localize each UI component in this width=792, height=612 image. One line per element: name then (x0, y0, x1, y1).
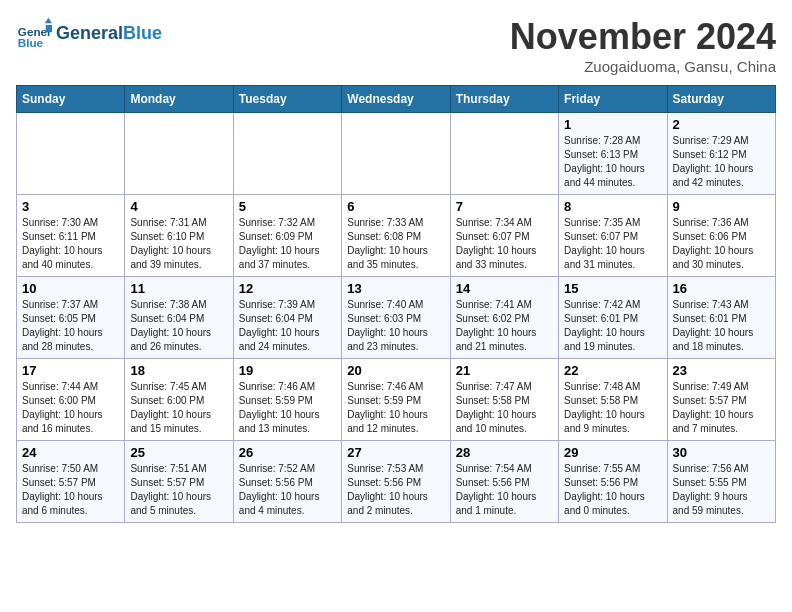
day-info: Sunrise: 7:42 AM Sunset: 6:01 PM Dayligh… (564, 298, 661, 354)
calendar-cell: 10Sunrise: 7:37 AM Sunset: 6:05 PM Dayli… (17, 277, 125, 359)
week-row-4: 17Sunrise: 7:44 AM Sunset: 6:00 PM Dayli… (17, 359, 776, 441)
day-number: 9 (673, 199, 770, 214)
day-number: 10 (22, 281, 119, 296)
day-number: 11 (130, 281, 227, 296)
calendar-cell: 12Sunrise: 7:39 AM Sunset: 6:04 PM Dayli… (233, 277, 341, 359)
calendar-cell: 9Sunrise: 7:36 AM Sunset: 6:06 PM Daylig… (667, 195, 775, 277)
calendar-cell: 6Sunrise: 7:33 AM Sunset: 6:08 PM Daylig… (342, 195, 450, 277)
days-header-row: SundayMondayTuesdayWednesdayThursdayFrid… (17, 86, 776, 113)
svg-text:Blue: Blue (18, 36, 44, 49)
day-header-thursday: Thursday (450, 86, 558, 113)
calendar-cell: 7Sunrise: 7:34 AM Sunset: 6:07 PM Daylig… (450, 195, 558, 277)
day-number: 24 (22, 445, 119, 460)
logo-icon: General Blue (16, 16, 52, 52)
day-number: 2 (673, 117, 770, 132)
calendar-cell: 27Sunrise: 7:53 AM Sunset: 5:56 PM Dayli… (342, 441, 450, 523)
day-info: Sunrise: 7:50 AM Sunset: 5:57 PM Dayligh… (22, 462, 119, 518)
day-info: Sunrise: 7:41 AM Sunset: 6:02 PM Dayligh… (456, 298, 553, 354)
calendar-cell: 16Sunrise: 7:43 AM Sunset: 6:01 PM Dayli… (667, 277, 775, 359)
day-number: 21 (456, 363, 553, 378)
day-header-sunday: Sunday (17, 86, 125, 113)
day-info: Sunrise: 7:55 AM Sunset: 5:56 PM Dayligh… (564, 462, 661, 518)
svg-marker-3 (46, 25, 52, 32)
svg-marker-2 (45, 18, 52, 23)
day-info: Sunrise: 7:56 AM Sunset: 5:55 PM Dayligh… (673, 462, 770, 518)
day-info: Sunrise: 7:34 AM Sunset: 6:07 PM Dayligh… (456, 216, 553, 272)
calendar-cell: 8Sunrise: 7:35 AM Sunset: 6:07 PM Daylig… (559, 195, 667, 277)
day-header-tuesday: Tuesday (233, 86, 341, 113)
location: Zuogaiduoma, Gansu, China (510, 58, 776, 75)
day-info: Sunrise: 7:40 AM Sunset: 6:03 PM Dayligh… (347, 298, 444, 354)
calendar-cell: 20Sunrise: 7:46 AM Sunset: 5:59 PM Dayli… (342, 359, 450, 441)
calendar-cell: 3Sunrise: 7:30 AM Sunset: 6:11 PM Daylig… (17, 195, 125, 277)
day-info: Sunrise: 7:39 AM Sunset: 6:04 PM Dayligh… (239, 298, 336, 354)
day-info: Sunrise: 7:36 AM Sunset: 6:06 PM Dayligh… (673, 216, 770, 272)
day-number: 5 (239, 199, 336, 214)
day-number: 15 (564, 281, 661, 296)
day-info: Sunrise: 7:29 AM Sunset: 6:12 PM Dayligh… (673, 134, 770, 190)
calendar-cell: 17Sunrise: 7:44 AM Sunset: 6:00 PM Dayli… (17, 359, 125, 441)
calendar-cell: 28Sunrise: 7:54 AM Sunset: 5:56 PM Dayli… (450, 441, 558, 523)
day-info: Sunrise: 7:45 AM Sunset: 6:00 PM Dayligh… (130, 380, 227, 436)
day-number: 6 (347, 199, 444, 214)
day-number: 20 (347, 363, 444, 378)
day-info: Sunrise: 7:46 AM Sunset: 5:59 PM Dayligh… (347, 380, 444, 436)
day-info: Sunrise: 7:37 AM Sunset: 6:05 PM Dayligh… (22, 298, 119, 354)
calendar-cell: 18Sunrise: 7:45 AM Sunset: 6:00 PM Dayli… (125, 359, 233, 441)
day-info: Sunrise: 7:31 AM Sunset: 6:10 PM Dayligh… (130, 216, 227, 272)
day-header-saturday: Saturday (667, 86, 775, 113)
day-info: Sunrise: 7:30 AM Sunset: 6:11 PM Dayligh… (22, 216, 119, 272)
day-info: Sunrise: 7:53 AM Sunset: 5:56 PM Dayligh… (347, 462, 444, 518)
calendar-cell: 2Sunrise: 7:29 AM Sunset: 6:12 PM Daylig… (667, 113, 775, 195)
day-info: Sunrise: 7:28 AM Sunset: 6:13 PM Dayligh… (564, 134, 661, 190)
week-row-3: 10Sunrise: 7:37 AM Sunset: 6:05 PM Dayli… (17, 277, 776, 359)
calendar-cell: 1Sunrise: 7:28 AM Sunset: 6:13 PM Daylig… (559, 113, 667, 195)
calendar-cell (342, 113, 450, 195)
day-number: 8 (564, 199, 661, 214)
calendar-cell: 30Sunrise: 7:56 AM Sunset: 5:55 PM Dayli… (667, 441, 775, 523)
week-row-1: 1Sunrise: 7:28 AM Sunset: 6:13 PM Daylig… (17, 113, 776, 195)
day-info: Sunrise: 7:54 AM Sunset: 5:56 PM Dayligh… (456, 462, 553, 518)
calendar-cell: 26Sunrise: 7:52 AM Sunset: 5:56 PM Dayli… (233, 441, 341, 523)
calendar-cell: 21Sunrise: 7:47 AM Sunset: 5:58 PM Dayli… (450, 359, 558, 441)
calendar-cell (233, 113, 341, 195)
calendar-cell: 15Sunrise: 7:42 AM Sunset: 6:01 PM Dayli… (559, 277, 667, 359)
calendar-cell: 4Sunrise: 7:31 AM Sunset: 6:10 PM Daylig… (125, 195, 233, 277)
week-row-2: 3Sunrise: 7:30 AM Sunset: 6:11 PM Daylig… (17, 195, 776, 277)
day-number: 22 (564, 363, 661, 378)
calendar-table: SundayMondayTuesdayWednesdayThursdayFrid… (16, 85, 776, 523)
day-number: 27 (347, 445, 444, 460)
day-number: 14 (456, 281, 553, 296)
day-number: 19 (239, 363, 336, 378)
calendar-cell: 24Sunrise: 7:50 AM Sunset: 5:57 PM Dayli… (17, 441, 125, 523)
day-header-monday: Monday (125, 86, 233, 113)
calendar-cell: 25Sunrise: 7:51 AM Sunset: 5:57 PM Dayli… (125, 441, 233, 523)
day-number: 7 (456, 199, 553, 214)
day-number: 17 (22, 363, 119, 378)
day-info: Sunrise: 7:43 AM Sunset: 6:01 PM Dayligh… (673, 298, 770, 354)
title-area: November 2024 Zuogaiduoma, Gansu, China (510, 16, 776, 75)
day-info: Sunrise: 7:35 AM Sunset: 6:07 PM Dayligh… (564, 216, 661, 272)
day-number: 29 (564, 445, 661, 460)
calendar-cell: 23Sunrise: 7:49 AM Sunset: 5:57 PM Dayli… (667, 359, 775, 441)
day-header-friday: Friday (559, 86, 667, 113)
day-info: Sunrise: 7:38 AM Sunset: 6:04 PM Dayligh… (130, 298, 227, 354)
day-info: Sunrise: 7:46 AM Sunset: 5:59 PM Dayligh… (239, 380, 336, 436)
calendar-cell: 5Sunrise: 7:32 AM Sunset: 6:09 PM Daylig… (233, 195, 341, 277)
logo: General Blue GeneralBlue (16, 16, 162, 52)
day-info: Sunrise: 7:48 AM Sunset: 5:58 PM Dayligh… (564, 380, 661, 436)
calendar-cell: 29Sunrise: 7:55 AM Sunset: 5:56 PM Dayli… (559, 441, 667, 523)
day-number: 28 (456, 445, 553, 460)
day-info: Sunrise: 7:44 AM Sunset: 6:00 PM Dayligh… (22, 380, 119, 436)
day-number: 30 (673, 445, 770, 460)
calendar-cell: 19Sunrise: 7:46 AM Sunset: 5:59 PM Dayli… (233, 359, 341, 441)
day-number: 1 (564, 117, 661, 132)
day-number: 23 (673, 363, 770, 378)
day-number: 16 (673, 281, 770, 296)
logo-text-line1: GeneralBlue (56, 24, 162, 44)
calendar-cell (17, 113, 125, 195)
day-info: Sunrise: 7:49 AM Sunset: 5:57 PM Dayligh… (673, 380, 770, 436)
month-title: November 2024 (510, 16, 776, 58)
week-row-5: 24Sunrise: 7:50 AM Sunset: 5:57 PM Dayli… (17, 441, 776, 523)
calendar-cell (125, 113, 233, 195)
